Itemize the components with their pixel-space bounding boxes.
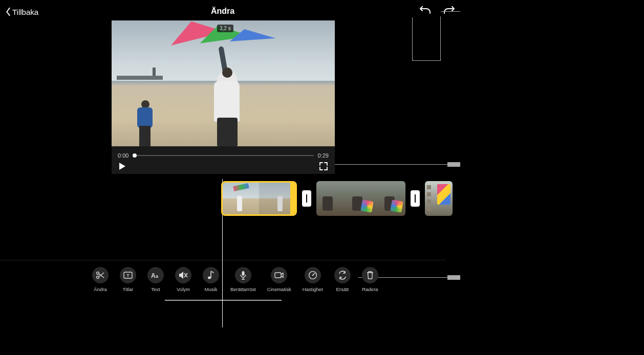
tool-label: Volym: [177, 286, 190, 292]
chevron-left-icon: [5, 7, 11, 16]
voiceover-tool-button[interactable]: Berättarröst: [230, 267, 256, 292]
svg-rect-9: [242, 271, 244, 276]
callout-line: [412, 17, 413, 60]
callout-line: [447, 275, 460, 280]
callout-line: [165, 300, 282, 301]
music-note-icon: [207, 271, 214, 280]
edit-toolbar: Ändra T Titlar Aa Text Volym Musik Berät…: [92, 267, 378, 292]
svg-point-2: [97, 272, 99, 275]
undo-button[interactable]: [420, 6, 431, 16]
divider: [0, 260, 445, 260]
svg-text:T: T: [127, 273, 130, 278]
speaker-muted-icon: [179, 271, 188, 279]
transition-icon: [414, 194, 416, 203]
tool-label: Hastighet: [303, 286, 323, 292]
time-total: 0:29: [318, 152, 329, 159]
svg-rect-10: [275, 273, 281, 278]
tool-label: Berättarröst: [230, 286, 256, 292]
transition-button[interactable]: [411, 190, 420, 207]
callout-line: [335, 164, 460, 165]
title-card-icon: T: [123, 272, 133, 279]
svg-text:a: a: [156, 274, 159, 279]
fullscreen-button[interactable]: [319, 162, 328, 170]
callout-line: [447, 162, 460, 167]
tool-label: Cinematisk: [267, 286, 291, 292]
edit-tool-button[interactable]: Ändra: [92, 267, 109, 292]
play-icon: [119, 162, 126, 170]
scrub-slider[interactable]: [133, 155, 313, 156]
text-aa-icon: Aa: [151, 272, 161, 279]
svg-point-12: [312, 275, 313, 276]
volume-tool-button[interactable]: Volym: [175, 267, 191, 292]
tool-label: Ersätt: [336, 286, 349, 292]
page-title: Ändra: [211, 7, 234, 16]
timeline-clip[interactable]: [316, 181, 405, 216]
expand-icon: [319, 162, 328, 170]
tool-label: Radera: [362, 286, 378, 292]
tool-label: Titlar: [123, 286, 134, 292]
transition-button[interactable]: [302, 190, 311, 207]
cinematic-tool-button[interactable]: Cinematisk: [267, 267, 291, 292]
timeline-clip[interactable]: T: [221, 181, 297, 216]
callout-line: [441, 11, 460, 12]
callout-line: [412, 60, 441, 61]
header-bar: Tillbaka Ändra: [0, 0, 644, 23]
timeline-clip[interactable]: [425, 181, 453, 216]
microphone-icon: [240, 271, 247, 280]
titles-tool-button[interactable]: T Titlar: [120, 267, 136, 292]
music-tool-button[interactable]: Musik: [203, 267, 219, 292]
replace-arrows-icon: [338, 271, 347, 280]
svg-rect-0: [306, 194, 307, 203]
clip-duration-badge: 3,2 s: [217, 25, 233, 32]
svg-point-3: [97, 276, 99, 279]
scrub-knob[interactable]: [133, 153, 137, 158]
video-preview-frame[interactable]: 3,2 s: [112, 20, 335, 146]
replace-tool-button[interactable]: Ersätt: [334, 267, 351, 292]
video-player: 3,2 s 0:00 0:29: [112, 20, 335, 174]
tool-label: Musik: [205, 286, 218, 292]
undo-icon: [420, 6, 431, 16]
trash-icon: [366, 271, 374, 280]
tool-label: Text: [151, 286, 160, 292]
svg-rect-1: [415, 194, 416, 203]
tool-label: Ändra: [94, 286, 106, 292]
speed-tool-button[interactable]: Hastighet: [303, 267, 323, 292]
text-tool-button[interactable]: Aa Text: [147, 267, 164, 292]
back-label: Tillbaka: [12, 8, 38, 16]
play-button[interactable]: [119, 162, 126, 170]
back-button[interactable]: Tillbaka: [5, 7, 38, 16]
callout-line: [440, 16, 441, 61]
camera-icon: [274, 272, 284, 279]
timeline[interactable]: T: [221, 181, 453, 216]
delete-tool-button[interactable]: Radera: [362, 267, 378, 292]
transition-icon: [306, 194, 308, 203]
svg-text:A: A: [151, 272, 156, 279]
scissors-icon: [96, 271, 105, 280]
svg-point-8: [208, 277, 211, 279]
speedometer-icon: [308, 271, 317, 280]
time-current: 0:00: [118, 152, 128, 159]
